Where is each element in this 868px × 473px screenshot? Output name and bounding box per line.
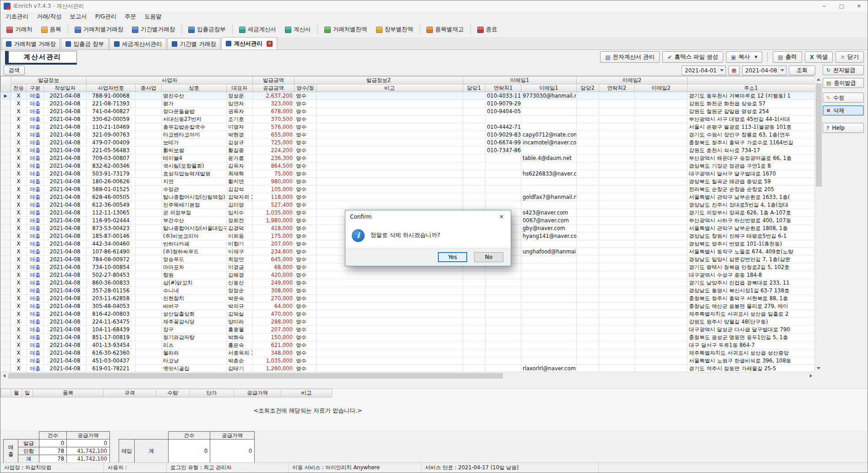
menu-item-4[interactable]: P/G관리: [91, 11, 120, 22]
table-row[interactable]: X매출2021-04-08221-08-71393평가임연자323,000영수0…: [1, 100, 815, 108]
excel-button[interactable]: X엑셀: [805, 51, 833, 63]
vertical-scroll-thumb[interactable]: [816, 83, 822, 187]
toolbar-tax-invoice-button[interactable]: 세금계산서: [235, 24, 281, 36]
table-row[interactable]: X매출2021-04-08628-46-00505탐나종합어시장(신림역점)김덕…: [1, 193, 815, 201]
table-row[interactable]: X매출2021-04-08357-28-01156수니네정정순308,000영수…: [1, 287, 815, 295]
toolbar-exit-button[interactable]: 종료: [473, 24, 502, 36]
column-header[interactable]: 영수/청: [295, 84, 317, 92]
delete-button[interactable]: ✖삭제: [823, 105, 864, 116]
scroll-down-button[interactable]: [815, 364, 822, 372]
tab-customer-ledger[interactable]: 거래처별 거래장: [1, 38, 60, 50]
query-button[interactable]: 조회: [789, 66, 815, 75]
table-row[interactable]: X매출2021-04-08401-13-93454리즈홍은숙621,000영수대…: [1, 341, 815, 349]
table-row[interactable]: X매출2021-04-08860-36-00833삼(#)닭꼬치신동선249,0…: [1, 279, 815, 287]
table-row[interactable]: X매출2021-04-08588-01-01525수정관김강석105,000영수…: [1, 186, 815, 193]
table-row[interactable]: X매출2021-04-08224-11-63475제주꽃감식당양미라288,00…: [1, 318, 815, 326]
column-header[interactable]: 비고: [317, 84, 463, 92]
toolbar-items-button[interactable]: 품목: [37, 24, 66, 36]
column-group-header[interactable]: 발급정보: [11, 77, 87, 84]
column-header[interactable]: 사업자번호: [87, 84, 136, 92]
toolbar-ledger-balance-button[interactable]: 장부별잔액: [372, 24, 418, 36]
menu-item-6[interactable]: 도움말: [140, 11, 166, 22]
print-button[interactable]: ▤출력: [773, 51, 802, 63]
table-row[interactable]: X매출2021-04-08619-01-78221옛맛시골집김태기1,260,0…: [1, 365, 815, 373]
tab-invoice-manage[interactable]: 계산서관리✕: [221, 37, 277, 50]
scroll-left-button[interactable]: [0, 372, 8, 380]
paper-issue-button[interactable]: ▤종이발급: [823, 78, 864, 88]
horizontal-scrollbar[interactable]: [0, 372, 814, 380]
table-row[interactable]: X매출2021-04-08709-03-00807테이블4윤가름236,300영…: [1, 154, 815, 162]
column-header[interactable]: 상호: [162, 84, 227, 92]
table-row[interactable]: X매출2021-04-08110-21-10469총무김밥손칼국수이명자576,…: [1, 123, 815, 131]
column-header[interactable]: 담당1: [463, 84, 486, 92]
detail-column-header[interactable]: 품목: [33, 389, 104, 397]
table-row[interactable]: X매출2021-04-08479-07-00409보테가김성규725,000영수…: [1, 139, 815, 147]
e-issue-button[interactable]: ↻전자발급: [823, 65, 864, 75]
detail-column-header[interactable]: 수량: [156, 389, 190, 397]
column-header[interactable]: 연락처1: [486, 84, 521, 92]
e-invoice-manage-button[interactable]: ▤전자계산서 관리: [600, 51, 660, 63]
yes-button[interactable]: Yes: [438, 252, 467, 262]
edit-button[interactable]: ✎수정: [823, 93, 864, 103]
column-group-header[interactable]: 이메일1: [463, 77, 577, 84]
tab-cash-book[interactable]: 입출금 장부: [61, 38, 108, 50]
column-header[interactable]: 이메일1: [521, 84, 577, 92]
toolbar-invoice-button[interactable]: 계산서: [281, 24, 315, 36]
column-header[interactable]: 대표자: [227, 84, 253, 92]
detail-column-header[interactable]: 월: [11, 389, 22, 397]
scroll-right-button[interactable]: [807, 372, 814, 380]
table-row[interactable]: X매출2021-04-08851-17-00819청기와감자탕박화숙150,00…: [1, 334, 815, 341]
toolbar-period-ledger-button[interactable]: 기간별거래장: [128, 24, 179, 36]
column-header[interactable]: 구분: [27, 84, 44, 92]
detail-column-header[interactable]: 단가: [190, 389, 234, 397]
toolbar-cash-book-button[interactable]: 입출금장부: [184, 24, 230, 36]
tab-period-ledger[interactable]: 기간별 거래장: [167, 38, 220, 50]
table-row[interactable]: X매출2021-04-08612-36-00549진주뚝배기본점김미영527,4…: [1, 201, 815, 209]
detail-column-header[interactable]: 일: [22, 389, 33, 397]
tab-close-icon[interactable]: ✕: [267, 41, 273, 47]
column-header[interactable]: 공급금액: [253, 84, 295, 92]
scroll-up-button[interactable]: [815, 76, 822, 83]
toolbar-item-stock-button[interactable]: 품목별재고: [422, 24, 468, 36]
table-row[interactable]: X매출2021-04-08104-11-68439장구홍중월207,000영수대…: [1, 326, 815, 334]
menu-item-3[interactable]: 보고서: [66, 11, 91, 22]
chevron-down-icon[interactable]: [718, 66, 726, 75]
column-header[interactable]: 전송: [11, 84, 27, 92]
column-group-header[interactable]: 발급정보2: [295, 77, 463, 84]
column-header[interactable]: 연락처2: [599, 84, 635, 92]
horizontal-scroll-thumb[interactable]: [8, 373, 503, 379]
column-header[interactable]: 주소1: [688, 84, 814, 92]
detail-column-header[interactable]: 비고: [281, 389, 332, 397]
toolbar-customers-button[interactable]: 거래처: [2, 24, 37, 36]
column-group-header[interactable]: 이메일2: [577, 77, 688, 84]
menu-item-2[interactable]: 거래/작성: [33, 11, 66, 22]
dialog-close-icon[interactable]: ✕: [492, 210, 511, 223]
calendar-button[interactable]: ▦: [728, 66, 740, 75]
table-row[interactable]: X매출2021-04-08321-09-00763타코벤타코야끼박현경655,0…: [1, 131, 815, 139]
table-row[interactable]: X매출2021-04-08503-91-73179효성직업능력개발원최재혁75,…: [1, 170, 815, 178]
table-row[interactable]: X매출2021-04-08502-27-80453향원김혜경420,000영수대…: [1, 271, 815, 279]
minimize-icon[interactable]: ─: [815, 0, 833, 11]
menu-item-1[interactable]: 기초관리: [1, 11, 33, 22]
table-row[interactable]: X매출2021-04-08180-26-00626지연황지연980,000영수경…: [1, 178, 815, 186]
table-row[interactable]: X매출2021-04-08616-30-62360월라라서종옥외 1명348,0…: [1, 349, 815, 357]
table-row[interactable]: X매출2021-04-08816-42-00803성산일출상회김덕실470,00…: [1, 310, 815, 318]
column-group-header[interactable]: 사업자: [87, 77, 253, 84]
menu-item-5[interactable]: 주문: [120, 11, 140, 22]
detail-column-header[interactable]: 공급가액: [234, 389, 281, 397]
column-header[interactable]: 작성일자: [44, 84, 87, 92]
detail-column-header[interactable]: 규격: [104, 389, 156, 397]
hometax-file-button[interactable]: ✔홈택스 파일 생성: [662, 51, 723, 63]
close-tab-button[interactable]: ✕닫기: [835, 51, 864, 63]
date-from-input[interactable]: 2021-04-01: [682, 66, 726, 75]
table-row[interactable]: X매출2021-04-08330-62-00059서대신동27번지조기호370,…: [1, 116, 815, 123]
chevron-down-icon[interactable]: [778, 66, 786, 75]
table-row[interactable]: X매출2021-04-08451-03-00437타코냥박춘순1,035,000…: [1, 357, 815, 365]
toolbar-customer-balance-button[interactable]: 거래처별잔액: [320, 24, 371, 36]
column-header[interactable]: 담당2: [577, 84, 599, 92]
table-row[interactable]: ▶X매출2021-04-08788-91-00068명진수산정성운2,637,2…: [1, 92, 815, 100]
tab-tax-invoice-manage[interactable]: 세금계산서관리: [109, 38, 167, 50]
column-group-header[interactable]: 발급금액: [253, 77, 295, 84]
table-row[interactable]: X매출2021-04-08741-04-00827정다운돌솥밥권옥자678,00…: [1, 108, 815, 116]
column-group-header[interactable]: [688, 77, 814, 84]
